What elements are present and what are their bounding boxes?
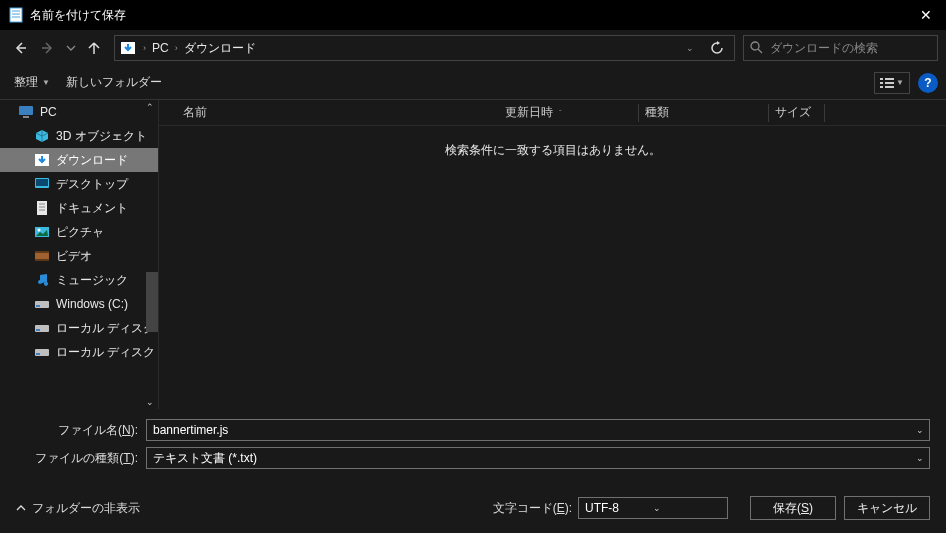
new-folder-label: 新しいフォルダー	[66, 74, 162, 91]
organize-label: 整理	[14, 74, 38, 91]
tree-label: デスクトップ	[56, 176, 128, 193]
close-icon[interactable]: ✕	[914, 3, 938, 27]
organize-button[interactable]: 整理 ▼	[8, 70, 56, 95]
forward-button[interactable]	[36, 36, 60, 60]
tree-label: ビデオ	[56, 248, 92, 265]
col-label: 更新日時	[505, 104, 553, 121]
column-headers: 名前 更新日時ˇ 種類 サイズ	[159, 100, 946, 126]
footer: フォルダーの非表示 文字コード(E): UTF-8 ⌄ 保存(S) キャンセル	[0, 483, 946, 533]
folder-tree: ⌃ PC 3D オブジェクト ダウンロード デスクトップ ドキュメント	[0, 100, 158, 409]
download-folder-icon	[119, 39, 137, 57]
svg-rect-10	[885, 78, 894, 80]
svg-rect-13	[880, 86, 883, 88]
encoding-value: UTF-8	[585, 501, 653, 515]
hide-folders-label: フォルダーの非表示	[32, 500, 140, 517]
address-dropdown-icon[interactable]: ⌄	[680, 43, 700, 53]
svg-point-7	[751, 42, 759, 50]
cancel-button[interactable]: キャンセル	[844, 496, 930, 520]
file-list: 名前 更新日時ˇ 種類 サイズ 検索条件に一致する項目はありません。	[158, 100, 946, 409]
music-icon	[34, 272, 50, 288]
breadcrumb-item[interactable]: ダウンロード	[184, 40, 256, 57]
address-bar[interactable]: › PC › ダウンロード ⌄	[114, 35, 735, 61]
save-button[interactable]: 保存(S)	[750, 496, 836, 520]
drive-icon	[34, 320, 50, 336]
scroll-up-icon[interactable]: ⌃	[146, 102, 154, 112]
encoding-select[interactable]: UTF-8 ⌄	[578, 497, 728, 519]
filename-dropdown-icon[interactable]: ⌄	[911, 425, 929, 435]
column-type[interactable]: 種類	[639, 104, 769, 122]
document-icon	[34, 200, 50, 216]
tree-item-downloads[interactable]: ダウンロード	[0, 148, 158, 172]
svg-rect-27	[35, 251, 49, 253]
filetype-label: ファイルの種類(T):	[16, 450, 146, 467]
chevron-down-icon: ▼	[896, 78, 904, 87]
tree-label: ダウンロード	[56, 152, 128, 169]
svg-rect-19	[36, 179, 48, 186]
svg-rect-15	[19, 106, 33, 115]
filetype-field[interactable]: テキスト文書 (*.txt) ⌄	[146, 447, 930, 469]
video-icon	[34, 248, 50, 264]
search-box[interactable]: ダウンロードの検索	[743, 35, 938, 61]
filename-input[interactable]	[147, 423, 911, 437]
tree-item-drive-e[interactable]: ローカル ディスク (E:)	[0, 340, 158, 364]
empty-message: 検索条件に一致する項目はありません。	[159, 126, 946, 159]
scroll-down-icon[interactable]: ⌄	[146, 397, 154, 407]
svg-point-25	[38, 229, 41, 232]
download-folder-icon	[34, 152, 50, 168]
svg-rect-12	[885, 82, 894, 84]
encoding-dropdown-icon[interactable]: ⌄	[653, 503, 721, 513]
svg-rect-11	[880, 82, 883, 84]
tree-label: ローカル ディスク (D:)	[56, 320, 158, 337]
app-icon	[8, 7, 24, 23]
tree-item-documents[interactable]: ドキュメント	[0, 196, 158, 220]
chevron-right-icon[interactable]: ›	[141, 43, 148, 53]
refresh-icon[interactable]	[704, 41, 730, 55]
tree-item-drive-d[interactable]: ローカル ディスク (D:)	[0, 316, 158, 340]
back-button[interactable]	[8, 36, 32, 60]
tree-item-videos[interactable]: ビデオ	[0, 244, 158, 268]
window-title: 名前を付けて保存	[30, 7, 914, 24]
svg-rect-32	[36, 329, 40, 331]
drive-icon	[34, 344, 50, 360]
chevron-right-icon[interactable]: ›	[173, 43, 180, 53]
help-button[interactable]: ?	[918, 73, 938, 93]
encoding-label: 文字コード(E):	[493, 500, 572, 517]
search-placeholder: ダウンロードの検索	[770, 40, 878, 57]
chevron-up-icon	[16, 503, 26, 513]
tree-item-desktop[interactable]: デスクトップ	[0, 172, 158, 196]
tree-scrollbar[interactable]	[146, 272, 158, 332]
filename-field[interactable]: ⌄	[146, 419, 930, 441]
tree-label: ミュージック	[56, 272, 128, 289]
tree-item-3d[interactable]: 3D オブジェクト	[0, 124, 158, 148]
filetype-value: テキスト文書 (*.txt)	[147, 450, 911, 467]
tree-item-pc[interactable]: PC	[0, 100, 158, 124]
tree-label: PC	[40, 105, 57, 119]
tree-item-music[interactable]: ミュージック	[0, 268, 158, 292]
column-size[interactable]: サイズ	[769, 104, 825, 122]
history-dropdown-icon[interactable]	[64, 36, 78, 60]
picture-icon	[34, 224, 50, 240]
column-date[interactable]: 更新日時ˇ	[499, 104, 639, 122]
svg-rect-9	[880, 78, 883, 80]
svg-line-8	[758, 49, 762, 53]
sort-indicator-icon: ˇ	[559, 108, 562, 117]
filetype-dropdown-icon[interactable]: ⌄	[911, 453, 929, 463]
save-form: ファイル名(N): ⌄ ファイルの種類(T): テキスト文書 (*.txt) ⌄	[0, 409, 946, 483]
col-label: 種類	[645, 104, 669, 121]
hide-folders-button[interactable]: フォルダーの非表示	[16, 500, 140, 517]
search-icon	[750, 41, 764, 55]
tree-label: 3D オブジェクト	[56, 128, 147, 145]
navbar: › PC › ダウンロード ⌄ ダウンロードの検索	[0, 30, 946, 66]
toolbar: 整理 ▼ 新しいフォルダー ▼ ?	[0, 66, 946, 100]
svg-rect-30	[36, 305, 40, 307]
view-mode-button[interactable]: ▼	[874, 72, 910, 94]
svg-rect-14	[885, 86, 894, 88]
tree-item-drive-c[interactable]: Windows (C:)	[0, 292, 158, 316]
list-icon	[880, 77, 894, 89]
new-folder-button[interactable]: 新しいフォルダー	[60, 70, 168, 95]
breadcrumb-item[interactable]: PC	[152, 41, 169, 55]
tree-item-pictures[interactable]: ピクチャ	[0, 220, 158, 244]
col-label: サイズ	[775, 104, 811, 121]
up-button[interactable]	[82, 36, 106, 60]
column-name[interactable]: 名前	[177, 104, 499, 122]
